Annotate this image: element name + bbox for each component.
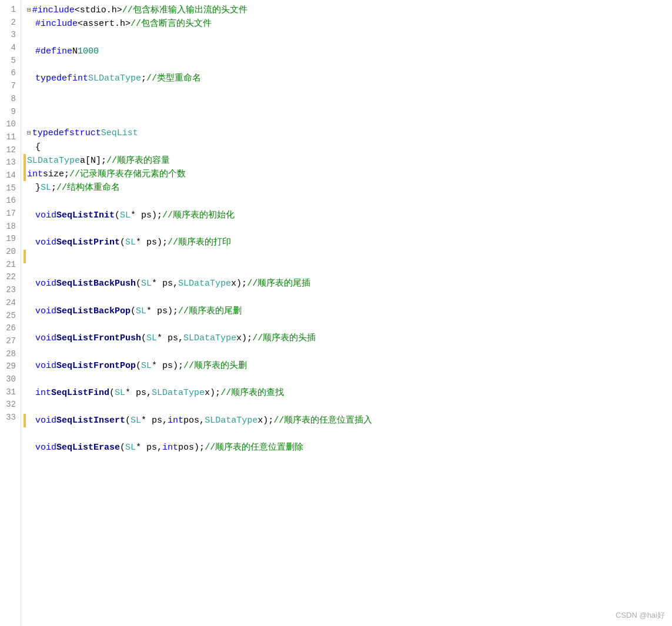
line-number: 28 — [2, 348, 16, 361]
token-kw: int — [35, 386, 51, 400]
token-kw: void — [35, 359, 56, 373]
token-plain: x); — [231, 277, 247, 290]
token-plain: ( — [136, 277, 141, 290]
code-line — [24, 345, 672, 359]
token-comment: //包含标准输入输出流的头文件 — [122, 4, 248, 17]
code-line: #include <assert.h> //包含断言的头文件 — [24, 17, 672, 31]
token-comment: //顺序表的头删 — [183, 359, 247, 373]
line-number: 12 — [2, 144, 16, 157]
token-kw: void — [35, 332, 56, 345]
code-line: void SeqListFrontPop(SL* ps); //顺序表的头删 — [24, 359, 672, 373]
code-line — [24, 318, 672, 332]
token-type-custom: SeqList — [101, 126, 138, 140]
token-pp: #define — [35, 45, 72, 58]
code-line: void SeqListInsert(SL* ps, int pos, SLDa… — [24, 414, 672, 427]
token-plain: ( — [141, 332, 146, 345]
line-number: 22 — [2, 271, 16, 284]
token-plain: N — [72, 45, 78, 58]
token-kw: struct — [69, 126, 101, 140]
code-editor: 1234567891011121314151617181920212223242… — [0, 0, 672, 626]
code-line: { — [24, 140, 672, 154]
token-comment: //顺序表的查找 — [220, 386, 284, 400]
token-kw: int — [162, 441, 178, 454]
line-number: 6 — [2, 67, 16, 80]
code-line — [24, 58, 672, 72]
token-comment: //顺序表的容量 — [106, 154, 170, 168]
line-number: 31 — [2, 386, 16, 399]
code-line — [24, 250, 672, 263]
line-number: 3 — [2, 29, 16, 42]
line-number: 1 — [2, 4, 16, 16]
code-line: void SeqListPrint(SL* ps); //顺序表的打印 — [24, 236, 672, 249]
token-comment: //顺序表的打印 — [168, 236, 231, 249]
token-plain: * ps); — [146, 304, 178, 318]
code-line: }SL; //结构体重命名 — [24, 181, 672, 195]
code-line — [24, 99, 672, 113]
code-line: int size; //记录顺序表存储元素的个数 — [24, 168, 672, 181]
code-line — [24, 263, 672, 277]
token-func: SeqListInit — [56, 209, 115, 222]
code-area: ⊟#include <stdio.h> //包含标准输入输出流的头文件#incl… — [21, 0, 672, 626]
code-line — [24, 373, 672, 386]
token-plain: ( — [125, 414, 131, 427]
code-line: typedef int SLDataType; //类型重命名 — [24, 72, 672, 85]
token-type-custom: SL — [115, 386, 125, 400]
token-type-custom: SL — [141, 359, 152, 373]
token-type-custom: SL — [125, 441, 136, 454]
token-type-custom: SL — [146, 332, 157, 345]
line-number: 13 — [2, 156, 16, 169]
token-kw: void — [35, 209, 56, 222]
line-number: 33 — [2, 411, 16, 424]
fold-icon[interactable]: ⊟ — [27, 128, 31, 138]
code-line — [24, 31, 672, 45]
token-plain: * ps, — [152, 277, 178, 290]
token-type-custom: SL — [120, 209, 131, 222]
csdn-badge: CSDN @hai好 — [616, 610, 665, 621]
line-number: 20 — [2, 246, 16, 259]
token-kw: void — [35, 304, 56, 318]
token-type-custom: SL — [131, 414, 141, 427]
token-type-custom: SLDataType — [183, 332, 236, 345]
fold-icon[interactable]: ⊟ — [27, 5, 31, 15]
token-plain: ( — [136, 359, 141, 373]
token-kw: int — [168, 414, 183, 427]
token-type-custom: SL — [136, 304, 146, 318]
token-type-custom: SLDataType — [27, 154, 80, 168]
token-pp: #include — [32, 4, 75, 17]
code-line: void SeqListBackPush(SL* ps, SLDataType … — [24, 277, 672, 290]
token-plain: ; — [51, 181, 56, 195]
line-number: 25 — [2, 310, 16, 323]
token-comment: //顺序表的任意位置删除 — [205, 441, 303, 454]
token-plain: x); — [205, 386, 220, 400]
line-number: 4 — [2, 42, 16, 55]
token-comment: //包含断言的头文件 — [131, 17, 212, 31]
token-plain: ( — [131, 304, 136, 318]
line-number: 11 — [2, 131, 16, 144]
token-plain: * ps, — [157, 332, 183, 345]
token-comment: //顺序表的尾插 — [247, 277, 310, 290]
code-line — [24, 195, 672, 209]
token-func: SeqListFrontPush — [56, 332, 141, 345]
token-func: SeqListFind — [51, 386, 109, 400]
token-plain: ( — [120, 236, 125, 249]
token-type-custom: SLDataType — [205, 414, 258, 427]
token-comment: //类型重命名 — [146, 72, 201, 85]
token-kw: typedef — [35, 72, 72, 85]
line-number: 7 — [2, 80, 16, 93]
token-plain: } — [35, 181, 41, 195]
code-line: void SeqListFrontPush(SL* ps, SLDataType… — [24, 332, 672, 345]
token-func: SeqListBackPop — [56, 304, 131, 318]
token-plain: ( — [109, 386, 115, 400]
token-plain: <stdio.h> — [75, 4, 122, 17]
token-pp: #include — [35, 17, 78, 31]
token-comment: //顺序表的任意位置插入 — [273, 414, 372, 427]
token-kw: int — [72, 72, 88, 85]
token-comment: //结构体重命名 — [56, 181, 120, 195]
code-line: void SeqListBackPop(SL* ps); //顺序表的尾删 — [24, 304, 672, 318]
code-line: int SeqListFind(SL* ps, SLDataType x); /… — [24, 386, 672, 400]
token-comment: //顺序表的尾删 — [178, 304, 242, 318]
line-number: 15 — [2, 182, 16, 195]
token-plain: { — [35, 140, 41, 154]
line-number: 9 — [2, 106, 16, 119]
token-plain: * ps); — [136, 236, 168, 249]
